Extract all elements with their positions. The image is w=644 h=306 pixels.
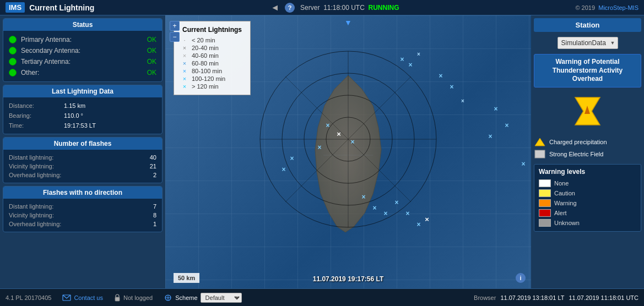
top-bar-left: IMS Current Lightning <box>6 2 94 13</box>
level-alert-row: Alert <box>539 208 636 218</box>
lightning-marker: × <box>405 210 409 217</box>
level-alert-box <box>539 209 551 217</box>
level-warning-label: Warning <box>554 200 577 206</box>
nd-vicinity-row: Vicinity lightning: 8 <box>9 211 156 220</box>
app-title: Current Lightning <box>29 3 94 12</box>
level-caution-row: Caution <box>539 188 636 198</box>
scheme-label: Scheme <box>175 294 197 301</box>
lightning-marker: × <box>350 138 354 146</box>
station-dropdown-wrapper[interactable]: SimulationData <box>558 37 618 49</box>
legend-row-3: × 40-60 min <box>181 52 243 59</box>
overhead-flash-label: Overhead lightning: <box>9 172 153 178</box>
nd-overhead-row: Overhead lightning: 1 <box>9 220 156 228</box>
scheme-dropdown-wrapper[interactable]: Default <box>201 293 242 303</box>
top-bar-right: © 2019 MicroStep-MIS <box>575 4 638 11</box>
lightning-marker: × <box>417 51 420 57</box>
lightning-marker: × <box>505 122 508 129</box>
top-bar: IMS Current Lightning ◄ ? Server 11:18:0… <box>0 0 644 15</box>
ims-logo: IMS <box>6 2 25 13</box>
level-none-label: None <box>554 180 569 187</box>
lightning-marker: × <box>488 133 492 140</box>
lightning-marker: × <box>400 56 404 63</box>
status-row-secondary: Secondary Antenna: OK <box>9 45 156 56</box>
left-panel: Status Primary Antenna: OK Secondary Ant… <box>0 15 165 288</box>
overhead-flash-value: 2 <box>153 172 156 178</box>
lightning-marker: × <box>461 98 464 104</box>
level-warning-box <box>539 199 551 207</box>
tertiary-antenna-label: Tertiary Antenna: <box>21 58 143 65</box>
not-logged-label: Not logged <box>123 294 153 301</box>
lightning-marker: × <box>383 210 387 217</box>
help-icon[interactable]: ? <box>285 3 295 13</box>
legend-row-6: × 100-120 min <box>181 75 243 83</box>
brand-label: MicroStep <box>598 4 626 11</box>
thunderstorm-warning-icon <box>572 95 603 128</box>
legend-row-4: × 60-80 min <box>181 59 243 67</box>
top-bar-center: ◄ ? Server 11:18:00 UTC RUNNING <box>270 3 399 13</box>
scale-bar: 50 km <box>174 273 199 283</box>
secondary-antenna-value: OK <box>147 47 156 54</box>
legend-label-3: 40-60 min <box>192 52 219 59</box>
zoom-in-button[interactable]: + <box>170 21 180 31</box>
scheme-selector: Scheme Default <box>164 293 241 303</box>
primary-antenna-label: Primary Antenna: <box>21 36 143 43</box>
scheme-select[interactable]: Default <box>201 293 242 303</box>
nd-vicinity-value: 8 <box>153 212 156 218</box>
lightning-marker: × <box>361 193 365 201</box>
legend-symbol-2: × <box>181 45 188 51</box>
lightning-marker: × <box>372 204 376 212</box>
legend-row-5: × 80-100 min <box>181 67 243 75</box>
other-label: Other: <box>21 69 143 76</box>
bottom-right-times: Browser 11.07.2019 13:18:01 LT 11.07.201… <box>474 294 638 301</box>
level-alert-label: Alert <box>554 210 567 216</box>
map-pointer-icon: ▼ <box>344 18 352 27</box>
legend-symbol-6: × <box>181 75 188 82</box>
level-none-box <box>539 179 551 187</box>
lightning-marker: × <box>337 130 341 138</box>
legend-symbol-7: × <box>181 83 188 90</box>
legend-label-6: 100-120 min <box>192 75 225 82</box>
bearing-row: Bearing: 110.0 ° <box>9 111 156 121</box>
back-arrow-icon[interactable]: ◄ <box>270 3 279 13</box>
lightning-marker: × <box>326 122 329 129</box>
nd-vicinity-label: Vicinity lightning: <box>9 212 153 218</box>
bottom-bar: 4.1 PL 20170405 Contact us Not logged Sc… <box>0 288 644 306</box>
contact-link[interactable]: Contact us <box>62 294 103 301</box>
legend-symbol-1: · <box>181 37 188 43</box>
status-row-tertiary: Tertiary Antenna: OK <box>9 56 156 67</box>
station-select-wrapper: SimulationData <box>534 35 641 51</box>
server-time-bottom: 11.07.2019 11:18:01 UTC <box>569 294 638 301</box>
lightning-marker: × <box>494 105 497 113</box>
distant-flash-label: Distant lightning: <box>9 154 150 161</box>
flashes-header: Number of flashes <box>3 138 162 150</box>
map-info-icon[interactable]: i <box>516 273 526 283</box>
legend-label-2: 20-40 min <box>192 45 219 51</box>
nd-overhead-label: Overhead lightning: <box>9 221 153 227</box>
status-row-primary: Primary Antenna: OK <box>9 34 156 45</box>
svg-rect-16 <box>115 297 120 301</box>
flashes-content: Distant lightning: 40 Vicinity lightning… <box>3 150 162 183</box>
vicinity-flash-row: Vicinity lightning: 21 <box>9 162 156 171</box>
lightning-data-header: Last Lightning Data <box>3 85 162 97</box>
legend-symbol-4: × <box>181 60 188 67</box>
station-select[interactable]: SimulationData <box>558 37 618 49</box>
zoom-out-button[interactable]: − <box>170 32 180 42</box>
lightning-marker: × <box>408 61 412 69</box>
time-value: 19:17:53 LT <box>64 122 96 129</box>
status-content: Primary Antenna: OK Secondary Antenna: O… <box>3 31 162 81</box>
status-row-other: Other: OK <box>9 67 156 78</box>
map-nav: + − <box>170 21 180 42</box>
warning-items: Charged precipitation Strong Electric Fi… <box>534 135 641 161</box>
no-direction-header: Flashes with no direction <box>3 187 162 199</box>
login-status: Not logged <box>114 294 153 302</box>
no-direction-content: Distant lightning: 7 Vicinity lightning:… <box>3 199 162 232</box>
electric-field-label: Strong Electric Field <box>549 151 603 157</box>
electric-field-item: Strong Electric Field <box>534 149 641 159</box>
distant-flash-value: 40 <box>150 154 156 161</box>
lightning-data-content: Distance: 1.15 km Bearing: 110.0 ° Time:… <box>3 97 162 134</box>
status-header: Status <box>3 19 162 31</box>
charged-precip-label: Charged precipitation <box>549 139 607 145</box>
level-unknown-box <box>539 219 551 227</box>
lightning-marker: × <box>521 160 525 168</box>
map-area[interactable]: × × × × × × × × × × × × × × × × × × × × … <box>165 15 531 288</box>
